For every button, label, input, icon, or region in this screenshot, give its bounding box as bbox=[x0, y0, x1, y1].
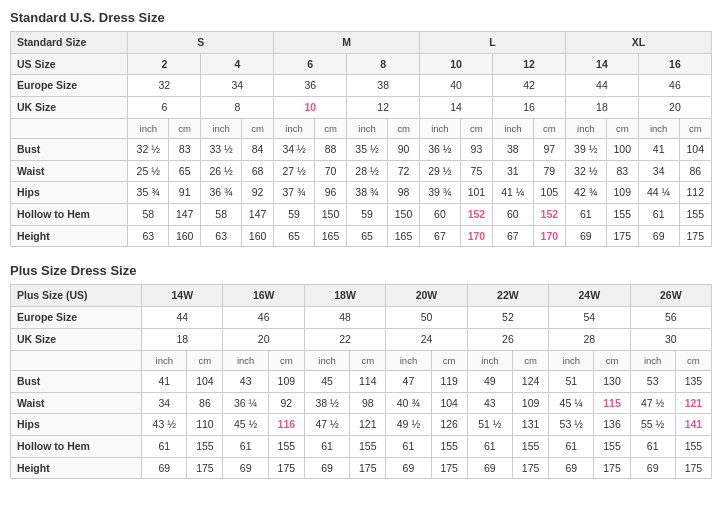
us-12: 12 bbox=[493, 53, 566, 75]
us-size-label: US Size bbox=[11, 53, 128, 75]
unit-inch-6: inch bbox=[493, 118, 534, 138]
us-size-row: US Size 2 4 6 8 10 12 14 16 bbox=[11, 53, 712, 75]
eu-36: 36 bbox=[274, 75, 347, 97]
uk-16: 16 bbox=[493, 97, 566, 119]
uk-6: 6 bbox=[128, 97, 201, 119]
hips-row: Hips 35 ¾91 36 ¾92 37 ¾96 38 ¾98 39 ¾101… bbox=[11, 182, 712, 204]
eu-32: 32 bbox=[128, 75, 201, 97]
plus-size-label: Plus Size (US) bbox=[11, 285, 142, 307]
plus-title: Plus Size Dress Size bbox=[10, 263, 712, 278]
hollow-hem-label: Hollow to Hem bbox=[11, 204, 128, 226]
unit-cm-8: cm bbox=[679, 118, 711, 138]
plus-20w: 20W bbox=[386, 285, 467, 307]
bust-row: Bust 32 ½83 33 ½84 34 ½88 35 ½90 36 ½93 … bbox=[11, 139, 712, 161]
eu-34: 34 bbox=[201, 75, 274, 97]
uk-10: 10 bbox=[274, 97, 347, 119]
uk-size-label: UK Size bbox=[11, 97, 128, 119]
plus-europe-row: Europe Size 44 46 48 50 52 54 56 bbox=[11, 307, 712, 329]
waist-label: Waist bbox=[11, 160, 128, 182]
hips-label: Hips bbox=[11, 182, 128, 204]
unit-inch-7: inch bbox=[565, 118, 606, 138]
plus-18w: 18W bbox=[304, 285, 385, 307]
standard-table: Standard Size S M L XL US Size 2 4 6 8 1… bbox=[10, 31, 712, 247]
plus-hollow-hem-row: Hollow to Hem 61155 61155 61155 61155 61… bbox=[11, 435, 712, 457]
us-8: 8 bbox=[347, 53, 420, 75]
eu-42: 42 bbox=[493, 75, 566, 97]
us-2: 2 bbox=[128, 53, 201, 75]
uk-12: 12 bbox=[347, 97, 420, 119]
plus-bust-label: Bust bbox=[11, 370, 142, 392]
plus-24w: 24W bbox=[549, 285, 630, 307]
us-10: 10 bbox=[420, 53, 493, 75]
unit-inch-3: inch bbox=[274, 118, 315, 138]
bust-label: Bust bbox=[11, 139, 128, 161]
hollow-hem-row: Hollow to Hem 58147 58147 59150 59150 60… bbox=[11, 204, 712, 226]
plus-size-row: Plus Size (US) 14W 16W 18W 20W 22W 24W 2… bbox=[11, 285, 712, 307]
us-16: 16 bbox=[638, 53, 711, 75]
s-group: S bbox=[128, 32, 274, 54]
plus-unit-row: inchcm inchcm inchcm inchcm inchcm inchc… bbox=[11, 350, 712, 370]
unit-inch-1: inch bbox=[128, 118, 169, 138]
waist-row: Waist 25 ½65 26 ½68 27 ½70 28 ½72 29 ½75… bbox=[11, 160, 712, 182]
plus-uk-label: UK Size bbox=[11, 328, 142, 350]
unit-cm-2: cm bbox=[241, 118, 273, 138]
plus-table: Plus Size (US) 14W 16W 18W 20W 22W 24W 2… bbox=[10, 284, 712, 479]
us-4: 4 bbox=[201, 53, 274, 75]
unit-cm-1: cm bbox=[169, 118, 201, 138]
eu-46: 46 bbox=[638, 75, 711, 97]
us-14: 14 bbox=[565, 53, 638, 75]
plus-uk-row: UK Size 18 20 22 24 26 28 30 bbox=[11, 328, 712, 350]
plus-16w: 16W bbox=[223, 285, 304, 307]
europe-size-label: Europe Size bbox=[11, 75, 128, 97]
uk-14: 14 bbox=[420, 97, 493, 119]
europe-size-row: Europe Size 32 34 36 38 40 42 44 46 bbox=[11, 75, 712, 97]
m-group: M bbox=[274, 32, 420, 54]
standard-size-label: Standard Size bbox=[11, 32, 128, 54]
plus-europe-label: Europe Size bbox=[11, 307, 142, 329]
plus-22w: 22W bbox=[467, 285, 548, 307]
plus-hips-row: Hips 43 ½110 45 ½116 47 ½121 49 ½126 51 … bbox=[11, 414, 712, 436]
plus-hips-label: Hips bbox=[11, 414, 142, 436]
unit-inch-8: inch bbox=[638, 118, 679, 138]
height-row: Height 63160 63160 65165 65165 67170 671… bbox=[11, 225, 712, 247]
plus-waist-row: Waist 3486 36 ¼92 38 ½98 40 ¾104 43109 4… bbox=[11, 392, 712, 414]
unit-cm-6: cm bbox=[533, 118, 565, 138]
plus-bust-row: Bust 41104 43109 45114 47119 49124 51130… bbox=[11, 370, 712, 392]
plus-height-label: Height bbox=[11, 457, 142, 479]
unit-cm-5: cm bbox=[460, 118, 492, 138]
eu-44: 44 bbox=[565, 75, 638, 97]
plus-waist-label: Waist bbox=[11, 392, 142, 414]
eu-40: 40 bbox=[420, 75, 493, 97]
unit-cm-4: cm bbox=[387, 118, 419, 138]
unit-inch-4: inch bbox=[347, 118, 388, 138]
plus-26w: 26W bbox=[630, 285, 712, 307]
uk-18: 18 bbox=[565, 97, 638, 119]
standard-title: Standard U.S. Dress Size bbox=[10, 10, 712, 25]
l-group: L bbox=[420, 32, 566, 54]
us-6: 6 bbox=[274, 53, 347, 75]
unit-cm-7: cm bbox=[606, 118, 638, 138]
plus-hollow-hem-label: Hollow to Hem bbox=[11, 435, 142, 457]
unit-inch-2: inch bbox=[201, 118, 242, 138]
eu-38: 38 bbox=[347, 75, 420, 97]
plus-height-row: Height 69175 69175 69175 69175 69175 691… bbox=[11, 457, 712, 479]
plus-14w: 14W bbox=[142, 285, 223, 307]
xl-group: XL bbox=[565, 32, 711, 54]
uk-size-row: UK Size 6 8 10 12 14 16 18 20 bbox=[11, 97, 712, 119]
unit-inch-5: inch bbox=[420, 118, 461, 138]
uk-20: 20 bbox=[638, 97, 711, 119]
standard-unit-row: inch cm inch cm inch cm inch cm inch cm … bbox=[11, 118, 712, 138]
standard-size-group-row: Standard Size S M L XL bbox=[11, 32, 712, 54]
uk-8: 8 bbox=[201, 97, 274, 119]
unit-cm-3: cm bbox=[314, 118, 346, 138]
height-label: Height bbox=[11, 225, 128, 247]
